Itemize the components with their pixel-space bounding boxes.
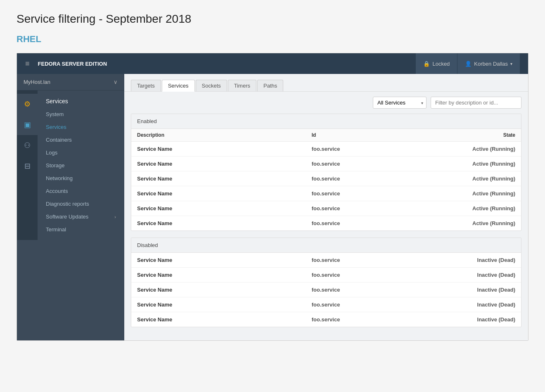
sidebar-item-storage[interactable]: Storage [38, 159, 124, 172]
software-updates-arrow-icon: › [114, 214, 116, 219]
service-id: foo.service [312, 257, 428, 263]
service-id: foo.service [312, 316, 428, 323]
service-filter-select[interactable]: All Services Enabled Disabled Static [373, 97, 427, 109]
filter-row: All Services Enabled Disabled Static ▾ [124, 92, 528, 114]
sidebar-icon-col: ⚙ ▣ ⚇ ⊟ [17, 90, 38, 240]
service-state: Active (Running) [428, 176, 515, 182]
disabled-section-header: Disabled [131, 238, 521, 253]
sidebar: MyHost.lan ∨ ⚙ ▣ ⚇ ⊟ Services System Ser… [17, 74, 124, 340]
host-chevron-icon: ∨ [114, 79, 118, 85]
sidebar-item-services[interactable]: Services [38, 121, 124, 133]
disabled-service-row-1[interactable]: Service Name foo.service Inactive (Dead) [131, 268, 521, 283]
service-name: Service Name [137, 257, 312, 263]
enabled-service-row-1[interactable]: Service Name foo.service Active (Running… [131, 157, 521, 171]
sidebar-section-label: Services [38, 95, 124, 108]
service-id: foo.service [312, 302, 428, 308]
sidebar-item-software-updates[interactable]: Software Updates › [38, 210, 124, 223]
service-state: Inactive (Dead) [428, 287, 515, 293]
app-window: ≡ FEDORA SERVER EDITION 🔒 Locked 👤 Korbe… [17, 53, 528, 341]
tab-targets[interactable]: Targets [131, 80, 161, 91]
menu-icon[interactable]: ≡ [25, 59, 30, 68]
sidebar-item-system[interactable]: System [38, 108, 124, 121]
tab-services[interactable]: Services [162, 80, 195, 92]
sidebar-icon-logs[interactable]: ⊟ [17, 156, 38, 176]
enabled-section: Enabled Description Id State Service Nam… [131, 114, 521, 231]
disabled-service-row-3[interactable]: Service Name foo.service Inactive (Dead) [131, 297, 521, 312]
service-id: foo.service [312, 220, 428, 226]
sidebar-item-networking[interactable]: Networking [38, 172, 124, 185]
sidebar-item-diagnostic[interactable]: Diagnostic reports [38, 197, 124, 210]
filter-dropdown[interactable]: All Services Enabled Disabled Static ▾ [373, 97, 427, 109]
enabled-service-row-5[interactable]: Service Name foo.service Active (Running… [131, 216, 521, 230]
service-filter-search[interactable] [431, 97, 521, 109]
lock-icon: 🔒 [423, 61, 430, 67]
locked-button[interactable]: 🔒 Locked [416, 53, 457, 74]
services-area: Enabled Description Id State Service Nam… [124, 114, 528, 340]
disabled-service-row-0[interactable]: Service Name foo.service Inactive (Dead) [131, 253, 521, 268]
service-id: foo.service [312, 176, 428, 182]
sidebar-icon-settings[interactable]: ⚙ [17, 94, 38, 114]
service-state: Active (Running) [428, 190, 515, 197]
rhel-label: RHEL [17, 34, 528, 45]
tab-bar: Targets Services Sockets Timers Paths [124, 74, 528, 92]
brand-suffix: SERVER EDITION [62, 61, 107, 67]
service-state: Active (Running) [428, 146, 515, 152]
user-menu[interactable]: 👤 Korben Dallas ▾ [457, 53, 520, 74]
sidebar-item-terminal[interactable]: Terminal [38, 223, 124, 236]
enabled-service-row-0[interactable]: Service Name foo.service Active (Running… [131, 142, 521, 157]
service-state: Active (Running) [428, 205, 515, 211]
service-name: Service Name [137, 287, 312, 293]
service-state: Inactive (Dead) [428, 257, 515, 263]
tab-sockets[interactable]: Sockets [196, 80, 227, 91]
service-name: Service Name [137, 302, 312, 308]
service-name: Service Name [137, 190, 312, 197]
service-name: Service Name [137, 146, 312, 152]
tab-paths[interactable]: Paths [257, 80, 283, 91]
main-layout: MyHost.lan ∨ ⚙ ▣ ⚇ ⊟ Services System Ser… [17, 74, 528, 340]
service-state: Inactive (Dead) [428, 316, 515, 323]
service-name: Service Name [137, 316, 312, 323]
disabled-service-row-4[interactable]: Service Name foo.service Inactive (Dead) [131, 312, 521, 327]
sidebar-nav: Services System Services Containers Logs… [38, 90, 124, 240]
topbar-brand: FEDORA SERVER EDITION [38, 61, 107, 67]
service-state: Active (Running) [428, 161, 515, 167]
service-name: Service Name [137, 272, 312, 278]
disabled-section: Disabled Service Name foo.service Inacti… [131, 238, 521, 327]
service-state: Inactive (Dead) [428, 302, 515, 308]
service-id: foo.service [312, 190, 428, 197]
topbar: ≡ FEDORA SERVER EDITION 🔒 Locked 👤 Korbe… [17, 53, 528, 74]
tab-timers[interactable]: Timers [228, 80, 256, 91]
sidebar-item-logs[interactable]: Logs [38, 146, 124, 159]
content-panel: Targets Services Sockets Timers Paths Al… [124, 74, 528, 340]
service-name: Service Name [137, 176, 312, 182]
service-id: foo.service [312, 205, 428, 211]
sidebar-item-accounts[interactable]: Accounts [38, 185, 124, 197]
service-name: Service Name [137, 220, 312, 226]
service-id: foo.service [312, 161, 428, 167]
sidebar-icon-users[interactable]: ⚇ [17, 135, 38, 156]
service-id: foo.service [312, 287, 428, 293]
col-state-header: State [428, 132, 515, 138]
service-id: foo.service [312, 146, 428, 152]
user-label: Korben Dallas [474, 61, 508, 67]
service-id: foo.service [312, 272, 428, 278]
enabled-service-row-4[interactable]: Service Name foo.service Active (Running… [131, 201, 521, 216]
disabled-service-row-2[interactable]: Service Name foo.service Inactive (Dead) [131, 283, 521, 297]
table-header-row: Description Id State [131, 129, 521, 142]
service-state: Active (Running) [428, 220, 515, 226]
service-state: Inactive (Dead) [428, 272, 515, 278]
user-icon: 👤 [465, 61, 472, 67]
topbar-right: 🔒 Locked 👤 Korben Dallas ▾ [416, 53, 520, 74]
host-label: MyHost.lan [24, 79, 50, 85]
user-chevron-icon: ▾ [510, 62, 512, 66]
enabled-service-row-2[interactable]: Service Name foo.service Active (Running… [131, 171, 521, 186]
sidebar-item-containers[interactable]: Containers [38, 133, 124, 146]
host-selector[interactable]: MyHost.lan ∨ [17, 74, 124, 90]
enabled-service-row-3[interactable]: Service Name foo.service Active (Running… [131, 186, 521, 201]
service-name: Service Name [137, 205, 312, 211]
enabled-section-header: Enabled [131, 114, 521, 129]
page-title: Service filtering - September 2018 [17, 12, 528, 26]
sidebar-icon-document[interactable]: ▣ [17, 114, 38, 135]
locked-label: Locked [432, 61, 450, 67]
col-id-header: Id [312, 132, 428, 138]
